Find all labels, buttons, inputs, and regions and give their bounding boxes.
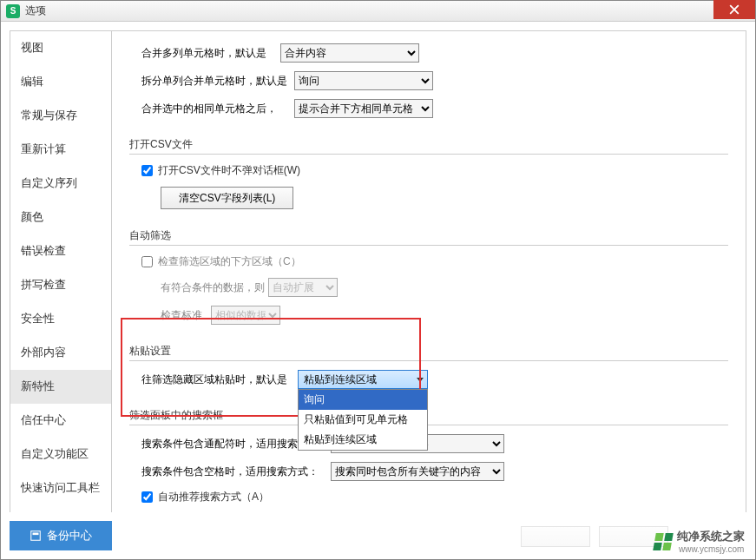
sidebar-item-view[interactable]: 视图 (10, 31, 111, 65)
sidebar-item-label: 错误检查 (21, 244, 66, 257)
csv-section: 打开CSV文件 打开CSV文件时不弹对话框(W) 清空CSV字段列表(L) (129, 137, 728, 218)
app-logo-icon: S (6, 4, 20, 18)
check-filter-below-label: 检查筛选区域的下方区域（C） (158, 254, 301, 269)
has-matching-select: 自动扩展 (268, 278, 338, 297)
sidebar-item-custom-ribbon[interactable]: 自定义功能区 (10, 438, 111, 471)
auto-recommend-label: 自动推荐搜索方式（A） (158, 490, 269, 504)
sidebar-item-label: 新特性 (21, 379, 55, 392)
sidebar-item-label: 拼写检查 (21, 278, 66, 291)
paste-hidden-label: 往筛选隐藏区域粘贴时，默认是 (141, 372, 298, 387)
titlebar: S 选项 (1, 1, 755, 22)
paste-option-visible-only[interactable]: 只粘贴值到可见单元格 (299, 410, 427, 430)
merge-multi-label: 合并多列单元格时，默认是 (141, 46, 280, 61)
csv-legend: 打开CSV文件 (129, 137, 728, 155)
chevron-down-icon (417, 378, 424, 382)
split-single-select[interactable]: 询问 (294, 71, 433, 90)
backup-center-button[interactable]: 备份中心 (10, 521, 112, 550)
sidebar-item-recalc[interactable]: 重新计算 (10, 133, 111, 167)
auto-recommend-checkbox[interactable] (141, 491, 153, 503)
csv-no-dialog-checkbox[interactable] (141, 165, 153, 176)
ok-button[interactable] (521, 526, 590, 547)
backup-icon (30, 530, 42, 542)
sidebar-item-custom-list[interactable]: 自定义序列 (10, 167, 111, 201)
sidebar-item-spell-check[interactable]: 拼写检查 (10, 268, 111, 302)
merge-section: 合并多列单元格时，默认是 合并内容 拆分单列合并单元格时，默认是 询问 合并选中… (129, 43, 728, 127)
watermark-name: 纯净系统之家 (677, 529, 745, 544)
svg-rect-1 (33, 533, 39, 536)
sidebar-item-label: 外部内容 (21, 346, 66, 359)
sidebar-item-label: 快速访问工具栏 (21, 481, 100, 494)
check-filter-below-checkbox[interactable] (141, 256, 153, 267)
sidebar-item-label: 自定义序列 (21, 176, 77, 189)
sidebar-item-label: 自定义功能区 (21, 447, 89, 460)
watermark-url: www.ycmsjy.com (679, 544, 745, 554)
check-standard-select: 相似的数据 (211, 306, 280, 325)
sidebar-item-label: 安全性 (21, 312, 55, 325)
has-matching-label: 有符合条件的数据，则 (161, 280, 268, 295)
paste-section: 粘贴设置 往筛选隐藏区域粘贴时，默认是 粘贴到连续区域 询问 只粘贴值到可见单元… (129, 344, 728, 398)
search-section: 筛选面板中的搜索框 搜索条件包含通配符时，适用搜索方式： 搜索包含条件的内容 搜… (129, 408, 728, 512)
sidebar-item-edit[interactable]: 编辑 (10, 65, 111, 99)
clear-csv-fields-button[interactable]: 清空CSV字段列表(L) (161, 187, 293, 209)
paste-option-ask[interactable]: 询问 (299, 390, 427, 410)
dialog-buttons (521, 526, 668, 547)
check-standard-label: 检查标准 (161, 308, 211, 323)
watermark: 纯净系统之家 www.ycmsjy.com (654, 529, 745, 554)
sidebar-item-label: 信任中心 (21, 413, 66, 426)
sidebar-item-error-check[interactable]: 错误检查 (10, 234, 111, 268)
sidebar-item-label: 编辑 (21, 75, 43, 88)
merge-multi-select[interactable]: 合并内容 (280, 43, 419, 63)
sidebar-item-new-features[interactable]: 新特性 (10, 370, 111, 404)
merge-same-select[interactable]: 提示合并下方相同单元格 (294, 99, 433, 118)
sidebar-item-label: 颜色 (21, 210, 43, 223)
filter-legend: 自动筛选 (129, 228, 728, 246)
paste-hidden-selected: 粘贴到连续区域 (304, 372, 377, 387)
sidebar-item-qat[interactable]: 快速访问工具栏 (10, 471, 111, 505)
sidebar-item-label: 重新计算 (21, 142, 66, 155)
sidebar-item-external-content[interactable]: 外部内容 (10, 336, 111, 370)
search-space-select[interactable]: 搜索同时包含所有关键字的内容 (331, 462, 504, 481)
close-icon (729, 4, 740, 15)
window-title: 选项 (25, 3, 46, 18)
filter-section: 自动筛选 检查筛选区域的下方区域（C） 有符合条件的数据，则 自动扩展 检查标准… (129, 228, 728, 333)
sidebar-item-label: 视图 (21, 41, 43, 54)
paste-legend: 粘贴设置 (129, 344, 728, 361)
paste-hidden-select[interactable]: 粘贴到连续区域 询问 只粘贴值到可见单元格 粘贴到连续区域 (298, 370, 428, 389)
close-button[interactable] (713, 0, 755, 19)
paste-hidden-options: 询问 只粘贴值到可见单元格 粘贴到连续区域 (298, 389, 428, 451)
svg-rect-0 (31, 531, 41, 541)
sidebar-item-general-save[interactable]: 常规与保存 (10, 99, 111, 133)
csv-no-dialog-label: 打开CSV文件时不弹对话框(W) (158, 163, 300, 178)
watermark-logo-icon (653, 533, 674, 550)
merge-same-label: 合并选中的相同单元格之后， (141, 102, 294, 116)
search-legend: 筛选面板中的搜索框 (129, 408, 728, 425)
paste-option-continuous[interactable]: 粘贴到连续区域 (299, 430, 427, 450)
split-single-label: 拆分单列合并单元格时，默认是 (141, 74, 294, 89)
sidebar: 视图 编辑 常规与保存 重新计算 自定义序列 颜色 错误检查 拼写检查 安全性 … (10, 30, 112, 512)
main-panel: 合并多列单元格时，默认是 合并内容 拆分单列合并单元格时，默认是 询问 合并选中… (112, 30, 746, 512)
backup-center-label: 备份中心 (47, 528, 92, 544)
sidebar-item-security[interactable]: 安全性 (10, 302, 111, 336)
sidebar-item-color[interactable]: 颜色 (10, 201, 111, 234)
search-space-label: 搜索条件包含空格时，适用搜索方式： (141, 464, 331, 479)
sidebar-item-trust-center[interactable]: 信任中心 (10, 404, 111, 438)
sidebar-item-label: 常规与保存 (21, 109, 77, 122)
